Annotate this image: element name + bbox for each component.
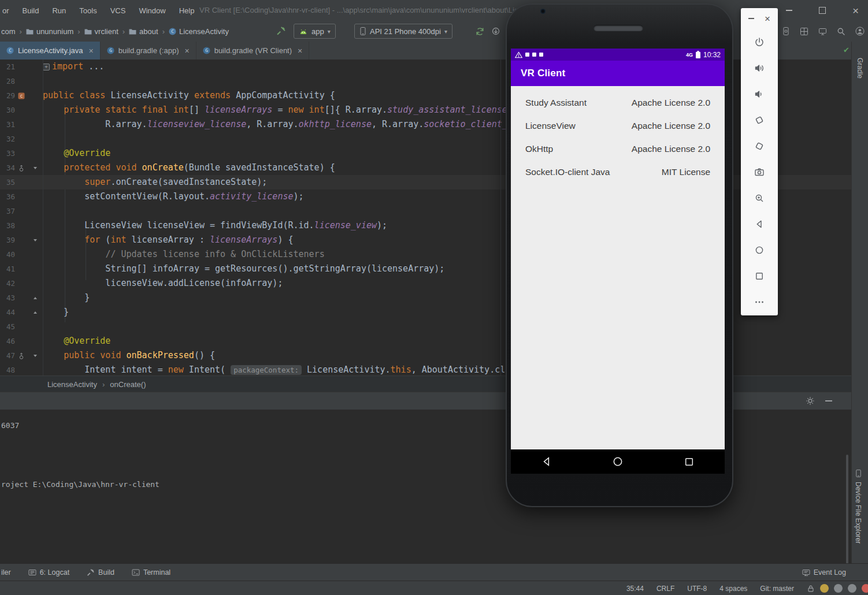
license-item[interactable]: Socket.IO-client JavaMIT License [511,161,725,184]
status-caret-position[interactable]: 35:44 [626,585,644,593]
breadcrumb-item-about[interactable]: about [129,27,158,36]
console-scrollbar[interactable] [846,455,848,564]
line-number[interactable]: 28 [0,77,15,85]
editor-breadcrumb-oncreate[interactable]: onCreate() [110,380,146,389]
sync-project-icon[interactable] [475,27,485,36]
notification-icon[interactable] [848,584,856,593]
line-number[interactable]: 45 [0,322,15,331]
rotate-right-button[interactable] [741,133,778,159]
notification-icon[interactable] [862,584,868,593]
back-button[interactable] [741,211,778,237]
emulator-close-button[interactable]: × [765,14,770,24]
device-manager-icon[interactable] [818,27,827,36]
hide-panel-button[interactable] [825,400,832,401]
line-number[interactable]: 42 [0,279,15,288]
overview-button[interactable] [741,263,778,289]
tab-close-icon[interactable]: × [88,47,93,55]
line-number[interactable]: 43 [0,293,15,302]
volume-down-button[interactable] [741,81,778,107]
line-number[interactable]: 39 [0,236,15,244]
line-number[interactable]: 21 [0,62,15,71]
fold-down-icon[interactable] [28,355,43,357]
more-button[interactable] [741,289,778,315]
menu-item-run[interactable]: Run [52,6,66,15]
line-number[interactable]: 36 [0,192,15,201]
line-number[interactable]: 33 [0,149,15,158]
overview-button[interactable] [654,449,725,474]
notification-icon[interactable] [834,584,843,593]
menu-item-tools[interactable]: Tools [79,6,97,15]
override-gutter-icon[interactable] [15,165,28,172]
line-number[interactable]: 46 [0,337,15,345]
emulator-minimize-button[interactable] [748,18,754,19]
tool-tab-gradle[interactable]: Gradle [856,58,864,79]
home-button[interactable] [582,449,653,474]
build-hammer-icon[interactable] [276,26,286,36]
status-git-branch[interactable]: Git: master [760,585,794,593]
line-number[interactable]: 41 [0,265,15,273]
editor-breadcrumb-licenseactivity[interactable]: LicenseActivity [47,380,97,389]
menu-item-help[interactable]: Help [179,6,195,15]
maximize-button[interactable] [819,7,826,14]
menu-item-vcs[interactable]: VCS [110,6,126,15]
line-number[interactable]: 40 [0,250,15,259]
gear-icon[interactable] [806,396,815,406]
license-item[interactable]: OkHttpApache License 2.0 [511,137,725,161]
toolwindow-button-terminal[interactable]: Terminal [132,568,170,577]
line-number[interactable]: 32 [0,135,15,143]
toolwindow-button-build[interactable]: Build [87,568,114,577]
menu-item-build[interactable]: Build [23,6,39,15]
status-line-separator[interactable]: CRLF [656,585,674,593]
override-gutter-icon[interactable] [15,352,28,359]
line-number[interactable]: 30 [0,106,15,114]
line-number[interactable]: 29 [0,91,15,100]
menu-item-window[interactable]: Window [139,6,165,15]
breadcrumb-item-vrclient[interactable]: vrclient [84,27,118,36]
user-avatar-icon[interactable] [855,27,865,36]
toolwindow-button-iler[interactable]: iler [1,568,11,577]
search-icon[interactable] [837,27,845,36]
line-number[interactable]: 47 [0,351,15,360]
run-configuration-select[interactable]: app ▾ [294,24,336,39]
fold-up-icon[interactable] [28,311,43,314]
home-button[interactable] [741,237,778,263]
line-number[interactable]: 44 [0,308,15,317]
status-file-encoding[interactable]: UTF-8 [687,585,707,593]
tab-close-icon[interactable]: × [298,47,302,55]
zoom-button[interactable] [741,185,778,211]
rotate-left-button[interactable] [741,107,778,133]
line-number[interactable]: 38 [0,221,15,230]
line-number[interactable]: 31 [0,120,15,129]
volume-up-button[interactable] [741,55,778,81]
tab-close-icon[interactable]: × [184,47,189,55]
breadcrumb-item-com[interactable]: com [1,27,16,36]
tab-build-gradle-vr-client[interactable]: Gbuild.gradle (VR Client)× [196,42,310,60]
lock-icon[interactable] [807,585,815,593]
screenshot-button[interactable] [741,159,778,185]
apply-changes-icon[interactable] [491,27,500,36]
toolwindow-button-event-log[interactable]: Event Log [802,568,846,577]
tool-tab-device-file-explorer[interactable]: Device File Explorer [854,469,862,544]
breadcrumb-item-licenseactivity[interactable]: CLicenseActivity [169,27,229,36]
fold-down-icon[interactable] [28,239,43,241]
layout-inspector-icon[interactable] [800,27,808,36]
line-number[interactable]: 37 [0,207,15,215]
line-number[interactable]: 48 [0,366,15,374]
notification-icon[interactable] [820,584,829,593]
minimize-button[interactable] [786,10,792,11]
license-item[interactable]: Study AssistantApache License 2.0 [511,91,725,114]
back-button[interactable] [511,449,582,474]
inspection-ok-icon[interactable]: ✔ [843,46,850,54]
status-indent-style[interactable]: 4 spaces [719,585,747,593]
fold-up-icon[interactable] [28,297,43,299]
toolwindow-button-6-logcat[interactable]: 6: Logcat [28,568,69,577]
emulator-screen[interactable]: 4G 10:32 VR Client Study AssistantApache… [511,49,725,474]
tab-licenseactivity-java[interactable]: CLicenseActivity.java× [0,42,101,60]
breadcrumb-item-unununium[interactable]: unununium [26,27,73,36]
menu-item-or[interactable]: or [2,6,9,15]
close-button[interactable]: × [852,5,859,16]
fold-down-icon[interactable] [28,167,43,169]
power-button[interactable] [741,29,778,55]
device-select[interactable]: API 21 Phone 400dpi ▾ [354,24,452,39]
line-number[interactable]: 35 [0,178,15,187]
